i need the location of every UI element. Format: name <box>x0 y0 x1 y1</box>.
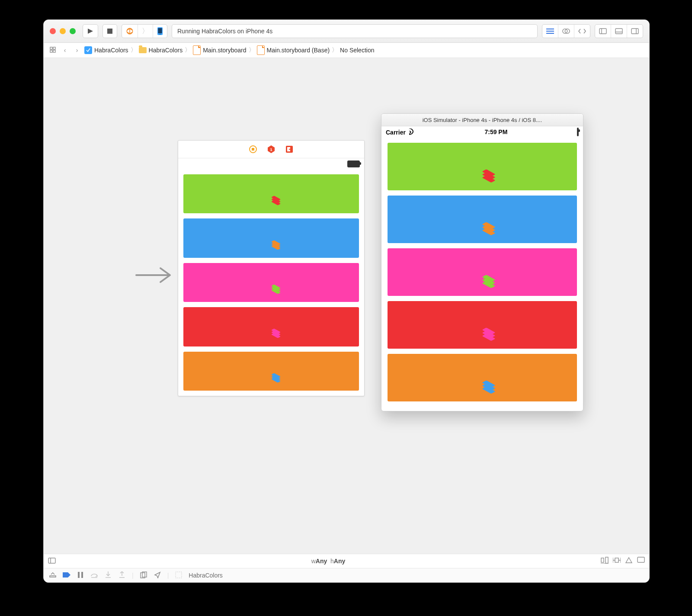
step-out-icon <box>119 571 125 578</box>
crumb-project[interactable]: HabraColors <box>84 46 128 54</box>
view-debug-button[interactable] <box>140 571 147 580</box>
chevrons-icon <box>49 572 56 578</box>
constraint-tools <box>601 557 645 565</box>
view-hierarchy-icon <box>140 571 147 578</box>
process-name[interactable]: HabraColors <box>189 572 223 579</box>
breakpoints-button[interactable] <box>63 572 70 579</box>
tile-green[interactable] <box>183 174 359 213</box>
assistant-editor-button[interactable] <box>558 25 574 38</box>
svg-rect-11 <box>599 29 606 34</box>
carrier-label: Carrier <box>386 129 406 136</box>
step-over-icon <box>90 572 98 578</box>
tile-blue[interactable] <box>183 218 359 257</box>
scene-header: 1 <box>178 141 364 158</box>
simulator-titlebar[interactable]: iOS Simulator - iPhone 4s - iPhone 4s / … <box>381 114 583 126</box>
crumb-selection[interactable]: No Selection <box>340 47 374 54</box>
pin-button[interactable] <box>613 557 621 565</box>
initial-vc-arrow-icon[interactable] <box>135 266 174 285</box>
simulator-statusbar: Carrier 7:59 PM <box>381 126 583 138</box>
clock-label: 7:59 PM <box>484 128 507 135</box>
rings-icon <box>562 27 570 35</box>
back-button[interactable]: ‹ <box>60 47 70 54</box>
step-in-button[interactable] <box>104 571 112 580</box>
align-icon <box>601 557 609 564</box>
tile-orange[interactable] <box>183 352 359 391</box>
resize-button[interactable] <box>637 557 645 565</box>
svg-rect-47 <box>176 572 182 578</box>
svg-marker-0 <box>88 29 93 34</box>
sim-tile-orange[interactable] <box>388 354 577 401</box>
exit-icon[interactable] <box>285 145 294 154</box>
crumb-group[interactable]: HabraColors <box>139 47 183 54</box>
storyboard-icon <box>257 45 265 55</box>
toggle-utilities-button[interactable] <box>627 25 643 38</box>
activity-status: Running HabraColors on iPhone 4s <box>172 24 538 38</box>
toggle-debug-button[interactable] <box>611 25 627 38</box>
step-out-button[interactable] <box>118 571 126 580</box>
sim-tile-red[interactable] <box>388 301 577 349</box>
storyboard-scene[interactable]: 1 <box>178 140 365 396</box>
tile-red[interactable] <box>183 307 359 346</box>
crumb-localization[interactable]: Main.storyboard (Base) <box>257 45 330 55</box>
sim-tile-pink[interactable] <box>388 248 577 296</box>
align-button[interactable] <box>601 557 609 565</box>
zoom-icon[interactable] <box>70 28 76 34</box>
grid-icon <box>50 47 56 53</box>
pause-button[interactable] <box>77 572 84 579</box>
compare-icon <box>578 28 586 34</box>
svg-point-5 <box>160 34 160 35</box>
window-controls <box>50 28 76 34</box>
standard-editor-button[interactable] <box>542 25 558 38</box>
location-button[interactable] <box>154 571 161 580</box>
hide-debug-button[interactable] <box>49 572 57 579</box>
svg-rect-1 <box>107 29 112 34</box>
vc-icon[interactable] <box>249 145 257 154</box>
triangle-icon <box>625 557 633 564</box>
storyboard-icon <box>193 45 201 55</box>
first-responder-icon[interactable]: 1 <box>267 145 276 154</box>
debug-bar: | | HabraColors <box>44 568 649 582</box>
bottom-panel-icon <box>615 28 623 34</box>
svg-rect-23 <box>252 148 254 151</box>
svg-rect-15 <box>631 29 638 34</box>
resize-icon <box>637 557 645 563</box>
svg-rect-20 <box>53 50 55 52</box>
svg-rect-32 <box>615 558 618 562</box>
svg-rect-28 <box>601 558 604 562</box>
run-button[interactable] <box>83 24 98 38</box>
resolve-button[interactable] <box>625 557 633 565</box>
stop-button[interactable] <box>103 24 117 38</box>
jump-bar: ‹ › HabraColors 〉 HabraColors 〉 Main.sto… <box>44 43 649 58</box>
svg-rect-19 <box>50 50 52 52</box>
toggle-navigator-button[interactable] <box>595 25 611 38</box>
step-over-button[interactable] <box>90 572 98 579</box>
scheme-selector[interactable]: 〉 <box>122 24 167 38</box>
ib-canvas[interactable]: 1 iOS Simulator - iPhone 4s - iPhone 4s … <box>44 58 649 554</box>
tile-pink[interactable] <box>183 263 359 302</box>
pause-icon <box>78 572 83 578</box>
svg-rect-26 <box>48 558 55 563</box>
battery-icon <box>347 160 360 167</box>
battery-icon <box>577 128 579 136</box>
app-icon <box>126 27 134 35</box>
process-icon <box>175 571 183 580</box>
forward-button[interactable]: › <box>72 47 82 54</box>
document-outline-toggle[interactable] <box>48 558 56 565</box>
simulator-window[interactable]: iOS Simulator - iPhone 4s - iPhone 4s / … <box>381 113 583 411</box>
crumb-file[interactable]: Main.storyboard <box>193 45 246 55</box>
statusbar-placeholder <box>178 158 364 169</box>
folder-icon <box>139 47 147 53</box>
close-icon[interactable] <box>50 28 56 34</box>
svg-rect-29 <box>606 557 608 563</box>
minimize-icon[interactable] <box>60 28 66 34</box>
version-editor-button[interactable] <box>574 25 590 38</box>
related-items-button[interactable] <box>48 47 58 54</box>
size-class-control[interactable]: wAny hAny <box>311 558 346 565</box>
sim-tile-green[interactable] <box>388 143 577 190</box>
sim-tile-blue[interactable] <box>388 196 577 243</box>
xcode-window: 〉 Running HabraColors on iPhone 4s ‹ › H… <box>43 19 650 583</box>
device-icon <box>157 27 163 35</box>
editor-mode-group <box>542 24 590 38</box>
tile-container <box>178 169 364 396</box>
svg-rect-37 <box>50 576 56 577</box>
